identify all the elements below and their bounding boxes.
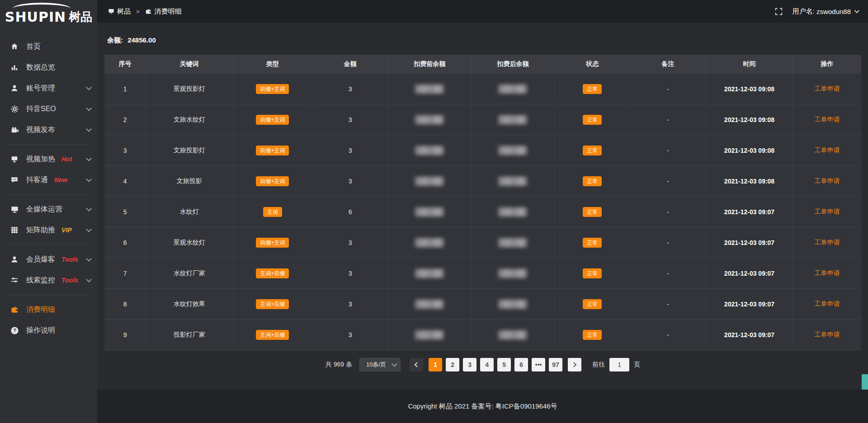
- sidebar-item-matrix-boost[interactable]: 矩阵助推 VIP: [0, 220, 97, 240]
- row-amount: 6: [312, 197, 388, 227]
- row-balance-before-redacted: [388, 74, 472, 104]
- row-index: 4: [104, 166, 146, 196]
- row-keyword: 景观水纹灯: [146, 227, 233, 258]
- work-order-link[interactable]: 工单申请: [815, 177, 840, 185]
- status-badge: 正常: [583, 176, 602, 186]
- row-amount: 3: [312, 135, 388, 165]
- breadcrumb-page-icon: [145, 8, 152, 15]
- page-buttons: 1 2 3 4 5 6 ••• 97: [429, 358, 562, 371]
- sidebar-item-douketong[interactable]: 抖客通 New: [0, 169, 97, 190]
- balance-label: 余额:: [107, 36, 123, 44]
- work-order-link[interactable]: 工单申请: [815, 239, 840, 247]
- work-order-link[interactable]: 工单申请: [815, 146, 840, 155]
- row-index: 2: [104, 104, 146, 135]
- status-badge: 正常: [583, 84, 602, 94]
- work-order-link[interactable]: 工单申请: [815, 85, 840, 93]
- page-number-button[interactable]: 1: [429, 358, 442, 371]
- prev-page-button[interactable]: [410, 358, 423, 371]
- sidebar-item-label: 数据总览: [26, 63, 55, 72]
- blurred-value: [498, 146, 527, 155]
- row-status: 正常: [555, 197, 630, 227]
- work-order-link[interactable]: 工单申请: [815, 208, 840, 216]
- goto-page: 前往 页: [592, 358, 640, 371]
- blurred-value: [415, 115, 444, 124]
- message-icon: [10, 175, 19, 184]
- row-time: 2021-12-03 09:07: [706, 258, 793, 288]
- fullscreen-icon[interactable]: [775, 8, 783, 15]
- row-time: 2021-12-03 09:08: [706, 74, 793, 104]
- type-badge: 主词: [263, 207, 282, 217]
- work-order-link[interactable]: 工单申请: [815, 331, 840, 339]
- breadcrumb-app[interactable]: 树品: [117, 7, 131, 16]
- sidebar-item-consumption-detail[interactable]: 消费明细: [0, 299, 97, 320]
- blurred-value: [415, 146, 444, 155]
- row-action: 工单申请: [793, 320, 861, 350]
- sidebar-item-instructions[interactable]: ? 操作说明: [0, 320, 97, 341]
- row-balance-after-redacted: [472, 104, 555, 135]
- status-badge: 正常: [583, 115, 602, 125]
- chevron-left-icon: [415, 362, 420, 367]
- page-number-button[interactable]: 2: [446, 358, 459, 371]
- page-size-value: 10条/页: [366, 361, 386, 369]
- sidebar-item-account-management[interactable]: 账号管理: [0, 78, 97, 99]
- row-remark: -: [630, 227, 706, 258]
- row-status: 正常: [555, 166, 630, 196]
- table-row: 9 投影灯厂家 主词+后缀 3 正常 - 2021-12-03 09:07 工单…: [104, 320, 861, 350]
- table-row: 6 景观水纹灯 前缀+主词 3 正常 - 2021-12-03 09:07 工单…: [104, 227, 861, 258]
- row-remark: -: [630, 197, 706, 227]
- page-number-button[interactable]: 6: [514, 358, 528, 371]
- footer: Copyright 树品 2021 备案号: 粤ICP备09019646号: [97, 390, 868, 423]
- goto-page-input[interactable]: [609, 358, 629, 371]
- page-number-button[interactable]: •••: [532, 358, 545, 371]
- status-badge: 正常: [583, 330, 602, 340]
- sliders-icon: [10, 276, 19, 285]
- work-order-link[interactable]: 工单申请: [815, 269, 840, 277]
- row-amount: 3: [312, 166, 388, 196]
- next-page-button[interactable]: [568, 358, 581, 371]
- page-number-button[interactable]: 4: [480, 358, 494, 371]
- row-index: 3: [104, 135, 146, 165]
- sidebar-item-lead-monitor[interactable]: 线索监控 Tools: [0, 270, 97, 291]
- sidebar-item-video-heat[interactable]: 视频加热 Hot: [0, 149, 97, 169]
- row-balance-before-redacted: [388, 227, 472, 258]
- status-badge: 正常: [583, 299, 602, 309]
- row-keyword: 文旅水纹灯: [146, 104, 233, 135]
- row-status: 正常: [555, 74, 630, 104]
- row-time: 2021-12-03 09:07: [706, 197, 793, 227]
- row-time: 2021-12-03 09:08: [706, 135, 793, 165]
- username-value[interactable]: zswodun88: [816, 8, 851, 15]
- type-badge: 主词+后缀: [256, 330, 289, 340]
- row-balance-after-redacted: [472, 166, 555, 196]
- sidebar-item-video-publish[interactable]: 视频发布: [0, 119, 97, 140]
- row-balance-before-redacted: [388, 289, 472, 319]
- status-badge: 正常: [583, 146, 602, 155]
- row-type: 前缀+主词: [233, 74, 313, 104]
- sidebar-item-member-burst[interactable]: 会员爆客 Tools: [0, 249, 97, 270]
- page-number-button[interactable]: 97: [549, 358, 562, 371]
- row-balance-before-redacted: [388, 197, 472, 227]
- work-order-link[interactable]: 工单申请: [815, 116, 840, 124]
- row-status: 正常: [555, 289, 630, 319]
- row-index: 7: [104, 258, 146, 288]
- sidebar-item-home[interactable]: 首页: [0, 36, 97, 57]
- col-header-status: 状态: [555, 55, 630, 74]
- chevron-down-icon: [86, 155, 92, 161]
- sidebar-item-label: 视频加热: [26, 155, 55, 164]
- page-number-button[interactable]: 5: [497, 358, 511, 371]
- row-action: 工单申请: [793, 104, 861, 135]
- logo-arc-decoration: [13, 3, 71, 14]
- tools-tag: Tools: [61, 256, 78, 263]
- page-number-button[interactable]: 3: [463, 358, 476, 371]
- work-order-link[interactable]: 工单申请: [815, 300, 840, 308]
- sidebar-item-data-overview[interactable]: 数据总览: [0, 57, 97, 78]
- sidebar-item-label: 抖音SEO: [26, 104, 56, 114]
- page-size-select[interactable]: 10条/页: [359, 358, 401, 371]
- chevron-down-icon: [86, 277, 92, 282]
- breadcrumb-page[interactable]: 消费明细: [155, 7, 182, 16]
- chevron-down-icon: [86, 176, 92, 182]
- pagination-total: 共 969 条: [326, 361, 352, 369]
- chevron-down-icon[interactable]: [854, 8, 859, 13]
- sidebar-item-all-media[interactable]: 全媒体运营: [0, 199, 97, 220]
- row-remark: -: [630, 258, 706, 288]
- sidebar-item-douyin-seo[interactable]: 抖音SEO: [0, 99, 97, 119]
